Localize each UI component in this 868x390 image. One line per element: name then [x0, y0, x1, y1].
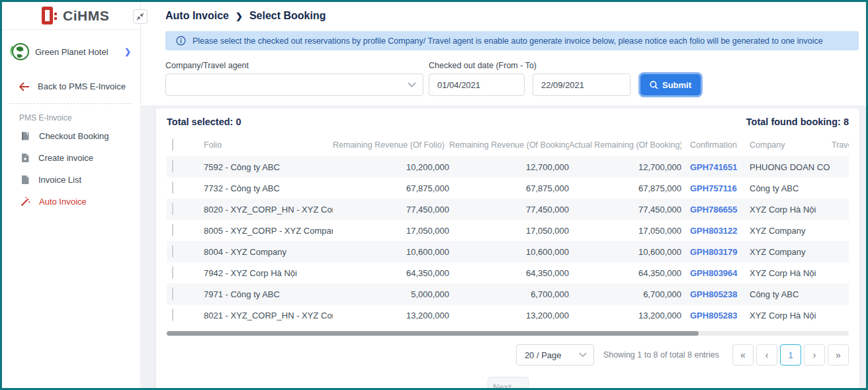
row-checkbox[interactable]	[172, 181, 173, 194]
arrow-right-icon: →	[514, 382, 523, 390]
page-header: Auto Invoice ❯ Select Booking Please sel…	[142, 2, 866, 105]
table-row: 7592 - Công ty ABC10,200,00012,700,00012…	[167, 156, 849, 177]
table-body: 7592 - Công ty ABC10,200,00012,700,00012…	[167, 156, 849, 326]
row-checkbox[interactable]	[172, 245, 173, 258]
folio-cell: 8005 - XYZ_CORP - XYZ Company	[188, 226, 333, 236]
info-icon	[176, 36, 186, 46]
folio-cell: 7592 - Công ty ABC	[188, 162, 333, 172]
folio-cell: 7942 - XYZ Corp Hà Nội	[188, 268, 333, 278]
pagination: 20 / Page Showing 1 to 8 of total 8 entr…	[167, 344, 849, 366]
prev-page-button[interactable]: ‹	[756, 344, 777, 366]
confirmation-link[interactable]: GPH741651	[690, 162, 738, 172]
actual-remaining-cell: 6,700,000	[569, 289, 681, 299]
sidebar-item-checkout-booking[interactable]: Checkout Booking	[2, 125, 140, 147]
page-1-button[interactable]: 1	[780, 344, 801, 366]
remaining-folio-cell: 17,050,000	[333, 226, 449, 236]
remaining-folio-cell: 64,350,000	[333, 268, 449, 278]
cihms-logo-icon	[42, 7, 58, 24]
folio-cell: 8021 - XYZ_CORP_HN - XYZ Corp Hà Nội	[188, 311, 333, 320]
select-all-checkbox[interactable]	[172, 138, 173, 151]
actual-remaining-cell: 17,050,000	[569, 226, 681, 236]
actual-remaining-cell: 77,450,000	[569, 205, 681, 215]
horizontal-scrollbar[interactable]	[167, 331, 849, 336]
first-page-button[interactable]: «	[732, 344, 754, 366]
remaining-folio-cell: 67,875,000	[333, 183, 449, 193]
company-cell: Công ty ABC	[744, 289, 830, 299]
actual-remaining-cell: 13,200,000	[569, 311, 681, 320]
confirmation-link[interactable]: GPH757116	[690, 183, 737, 193]
column-header-remaining-booking: Remaining Revenue (Of Booking)	[449, 140, 569, 150]
sidebar-item-auto-invoice[interactable]: Auto Invoice	[2, 191, 140, 213]
column-header-travel-agent: Travel agent	[830, 140, 849, 150]
booking-table: Folio Remaining Revenue (Of Folio) Remai…	[167, 134, 849, 326]
remaining-booking-cell: 12,700,000	[449, 162, 569, 172]
breadcrumb-auto-invoice[interactable]: Auto Invoice	[165, 10, 229, 22]
scrollbar-thumb[interactable]	[167, 331, 699, 336]
hotel-selector[interactable]: Green Planet Hotel ❯	[2, 30, 140, 72]
chevron-down-icon	[579, 352, 587, 358]
row-checkbox[interactable]	[172, 160, 173, 173]
last-page-button[interactable]: »	[828, 344, 849, 366]
submit-button[interactable]: Submit	[638, 72, 703, 97]
back-to-pms-link[interactable]: Back to PMS E-Invoice	[2, 72, 140, 101]
company-cell: XYZ Corp Hà Nội	[744, 311, 830, 320]
sidebar: CiHMS Green Planet Hotel ❯ Back to PMS E…	[2, 2, 141, 388]
remaining-booking-cell: 77,450,000	[449, 205, 569, 215]
back-label: Back to PMS E-Invoice	[38, 81, 126, 91]
confirmation-link[interactable]: GPH805283	[690, 311, 738, 320]
sidebar-item-invoice-list[interactable]: Invoice List	[2, 169, 140, 191]
folio-cell: 8004 - XYZ Company	[188, 247, 333, 257]
date-filter-label: Checked out date (From - To)	[429, 61, 537, 70]
breadcrumb-separator-icon: ❯	[236, 11, 243, 21]
confirmation-link[interactable]: GPH803964	[690, 268, 738, 278]
remaining-booking-cell: 67,875,000	[449, 183, 569, 193]
remaining-folio-cell: 5,000,000	[333, 289, 449, 299]
company-select[interactable]	[165, 73, 423, 96]
row-checkbox[interactable]	[172, 224, 173, 236]
actual-remaining-cell: 12,700,000	[569, 162, 681, 172]
remaining-booking-cell: 17,050,000	[449, 226, 569, 236]
info-banner: Please select the checked out reservatio…	[165, 31, 859, 50]
file-plus-icon	[21, 153, 30, 163]
remaining-booking-cell: 6,700,000	[449, 289, 569, 299]
row-checkbox[interactable]	[172, 309, 173, 321]
date-from-input[interactable]: 01/04/2021	[429, 73, 525, 96]
logo-text: CiHMS	[63, 8, 109, 24]
remaining-booking-cell: 10,600,000	[449, 247, 569, 257]
pagination-summary: Showing 1 to 8 of total 8 entries	[603, 350, 719, 360]
company-cell: XYZ Company	[744, 226, 830, 236]
sidebar-collapse-button[interactable]	[133, 9, 148, 24]
chevron-down-icon	[408, 82, 416, 87]
confirmation-link[interactable]: GPH805238	[690, 289, 738, 299]
row-checkbox[interactable]	[172, 266, 173, 279]
logo: CiHMS	[2, 2, 140, 30]
column-header-confirmation: Confirmation	[681, 140, 744, 150]
column-header-actual-remaining: Actual Remaining (Of Booking)	[569, 140, 681, 150]
app-window: CiHMS Green Planet Hotel ❯ Back to PMS E…	[0, 0, 868, 390]
book-icon	[21, 131, 30, 141]
company-cell: PHUONG DOAN CORP	[744, 162, 830, 172]
actual-remaining-cell: 64,350,000	[569, 268, 681, 278]
date-to-input[interactable]: 22/09/2021	[533, 73, 630, 96]
submit-label: Submit	[662, 80, 691, 90]
company-cell: XYZ Corp Hà Nội	[744, 268, 830, 278]
remaining-booking-cell: 64,350,000	[449, 268, 569, 278]
arrow-left-icon	[19, 82, 30, 91]
company-cell: Công ty ABC	[744, 183, 830, 193]
page-size-select[interactable]: 20 / Page	[516, 344, 594, 366]
actual-remaining-cell: 10,600,000	[569, 247, 681, 257]
section-label: PMS E-Invoice	[2, 107, 140, 125]
page-size-value: 20 / Page	[525, 350, 562, 360]
confirmation-link[interactable]: GPH803122	[690, 226, 738, 236]
row-checkbox[interactable]	[172, 203, 173, 215]
confirmation-link[interactable]: GPH786655	[690, 205, 738, 215]
sidebar-item-create-invoice[interactable]: Create invoice	[2, 147, 140, 169]
confirmation-link[interactable]: GPH803179	[690, 247, 738, 257]
row-checkbox[interactable]	[172, 287, 173, 300]
main-content: Auto Invoice ❯ Select Booking Please sel…	[142, 2, 866, 388]
next-step-button[interactable]: Next →	[488, 377, 529, 390]
banner-text: Please select the checked out reservatio…	[193, 36, 823, 46]
table-row: 8021 - XYZ_CORP_HN - XYZ Corp Hà Nội13,2…	[167, 305, 849, 326]
hotel-name: Green Planet Hotel	[35, 47, 124, 57]
next-page-button[interactable]: ›	[804, 344, 825, 366]
